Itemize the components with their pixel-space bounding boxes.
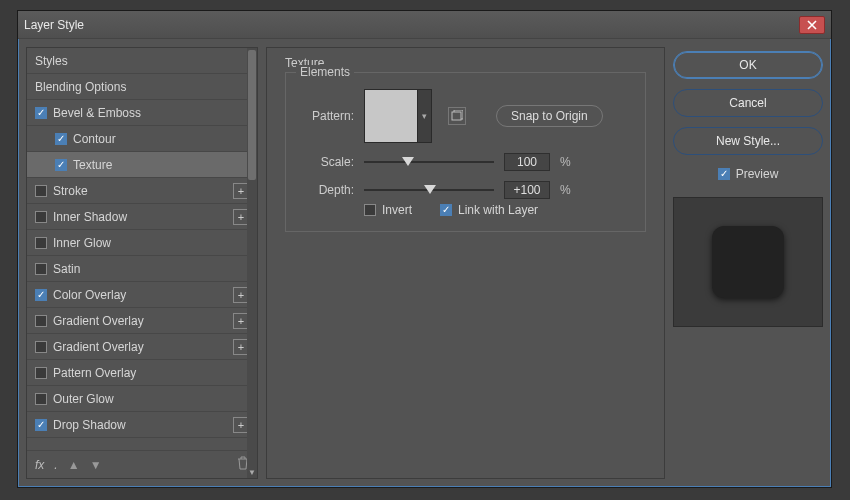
dialog-body: Styles Blending Options Bevel & EmbossCo…: [18, 39, 831, 487]
style-checkbox[interactable]: [35, 393, 47, 405]
pattern-dropdown-icon[interactable]: ▾: [418, 89, 432, 143]
style-label: Stroke: [53, 184, 227, 198]
style-checkbox[interactable]: [55, 133, 67, 145]
styles-header-label: Styles: [35, 54, 249, 68]
style-label: Gradient Overlay: [53, 314, 227, 328]
style-checkbox[interactable]: [35, 237, 47, 249]
pattern-swatch[interactable]: [364, 89, 418, 143]
style-checkbox[interactable]: [35, 185, 47, 197]
style-checkbox[interactable]: [35, 289, 47, 301]
preview-checkbox-box[interactable]: [718, 168, 730, 180]
new-preset-icon: [451, 110, 463, 122]
titlebar[interactable]: Layer Style: [18, 11, 831, 39]
depth-row: Depth: +100 %: [300, 181, 631, 199]
blending-options-label: Blending Options: [35, 80, 249, 94]
style-label: Drop Shadow: [53, 418, 227, 432]
new-pattern-preset-button[interactable]: [448, 107, 466, 125]
invert-label: Invert: [382, 203, 412, 217]
styles-panel: Styles Blending Options Bevel & EmbossCo…: [26, 47, 258, 479]
link-label: Link with Layer: [458, 203, 538, 217]
style-label: Inner Shadow: [53, 210, 227, 224]
style-label: Inner Glow: [53, 236, 249, 250]
style-row[interactable]: Inner Shadow+: [27, 204, 257, 230]
svg-rect-0: [452, 112, 461, 120]
preview-box: [673, 197, 823, 327]
style-row[interactable]: Gradient Overlay+: [27, 334, 257, 360]
scale-label: Scale:: [300, 155, 354, 169]
style-checkbox[interactable]: [35, 367, 47, 379]
invert-checkbox[interactable]: Invert: [364, 203, 412, 217]
style-row[interactable]: Texture: [27, 152, 257, 178]
style-checkbox[interactable]: [35, 263, 47, 275]
style-checkbox[interactable]: [35, 211, 47, 223]
style-label: Pattern Overlay: [53, 366, 249, 380]
scale-value-input[interactable]: 100: [504, 153, 550, 171]
preview-checkbox[interactable]: Preview: [673, 167, 823, 181]
style-label: Contour: [73, 132, 249, 146]
link-with-layer-checkbox[interactable]: Link with Layer: [440, 203, 538, 217]
move-up-button[interactable]: ▲: [68, 459, 80, 471]
styles-scrollbar[interactable]: ▲ ▼: [247, 48, 257, 478]
preview-label: Preview: [736, 167, 779, 181]
cancel-button[interactable]: Cancel: [673, 89, 823, 117]
options-row: Invert Link with Layer: [364, 203, 631, 217]
scale-unit: %: [560, 155, 571, 169]
style-label: Gradient Overlay: [53, 340, 227, 354]
style-label: Outer Glow: [53, 392, 249, 406]
style-row[interactable]: Drop Shadow+: [27, 412, 257, 438]
scrollbar-thumb[interactable]: [248, 50, 256, 180]
link-checkbox-box[interactable]: [440, 204, 452, 216]
move-down-button[interactable]: ▼: [90, 459, 102, 471]
elements-legend: Elements: [296, 65, 354, 79]
style-checkbox[interactable]: [35, 341, 47, 353]
pattern-row: Pattern: ▾ Snap to Origin: [300, 89, 631, 143]
depth-label: Depth:: [300, 183, 354, 197]
scroll-down-icon[interactable]: ▼: [247, 466, 257, 478]
style-row[interactable]: Inner Glow: [27, 230, 257, 256]
pattern-label: Pattern:: [300, 109, 354, 123]
style-label: Texture: [73, 158, 249, 172]
style-checkbox[interactable]: [35, 107, 47, 119]
close-icon: [807, 20, 817, 30]
blending-options-row[interactable]: Blending Options: [27, 74, 257, 100]
style-row[interactable]: Bevel & Emboss: [27, 100, 257, 126]
style-checkbox[interactable]: [35, 315, 47, 327]
ok-button[interactable]: OK: [673, 51, 823, 79]
style-row[interactable]: Color Overlay+: [27, 282, 257, 308]
styles-header[interactable]: Styles: [27, 48, 257, 74]
elements-fieldset: Elements Pattern: ▾ Snap to Origin Scale…: [285, 72, 646, 232]
styles-footer: fx. ▲ ▼: [27, 450, 257, 478]
style-row[interactable]: Stroke+: [27, 178, 257, 204]
style-label: Satin: [53, 262, 249, 276]
close-button[interactable]: [799, 16, 825, 34]
style-row[interactable]: Contour: [27, 126, 257, 152]
style-row[interactable]: Satin: [27, 256, 257, 282]
fx-dot: .: [54, 458, 57, 472]
snap-to-origin-button[interactable]: Snap to Origin: [496, 105, 603, 127]
invert-checkbox-box[interactable]: [364, 204, 376, 216]
scale-row: Scale: 100 %: [300, 153, 631, 171]
style-checkbox[interactable]: [55, 159, 67, 171]
style-row[interactable]: Pattern Overlay: [27, 360, 257, 386]
style-row[interactable]: Outer Glow: [27, 386, 257, 412]
layer-style-dialog: Layer Style Styles Blending Options Beve…: [17, 10, 832, 488]
new-style-button[interactable]: New Style...: [673, 127, 823, 155]
texture-settings-panel: Texture Elements Pattern: ▾ Snap to Orig…: [266, 47, 665, 479]
styles-list: Styles Blending Options Bevel & EmbossCo…: [27, 48, 257, 450]
pattern-picker[interactable]: ▾: [364, 89, 432, 143]
actions-panel: OK Cancel New Style... Preview: [673, 47, 823, 479]
style-checkbox[interactable]: [35, 419, 47, 431]
style-label: Bevel & Emboss: [53, 106, 249, 120]
scale-slider[interactable]: [364, 155, 494, 169]
window-title: Layer Style: [24, 18, 799, 32]
depth-slider[interactable]: [364, 183, 494, 197]
style-row[interactable]: Gradient Overlay+: [27, 308, 257, 334]
style-label: Color Overlay: [53, 288, 227, 302]
depth-value-input[interactable]: +100: [504, 181, 550, 199]
depth-unit: %: [560, 183, 571, 197]
fx-label: fx: [35, 458, 44, 472]
preview-tile: [712, 226, 784, 298]
